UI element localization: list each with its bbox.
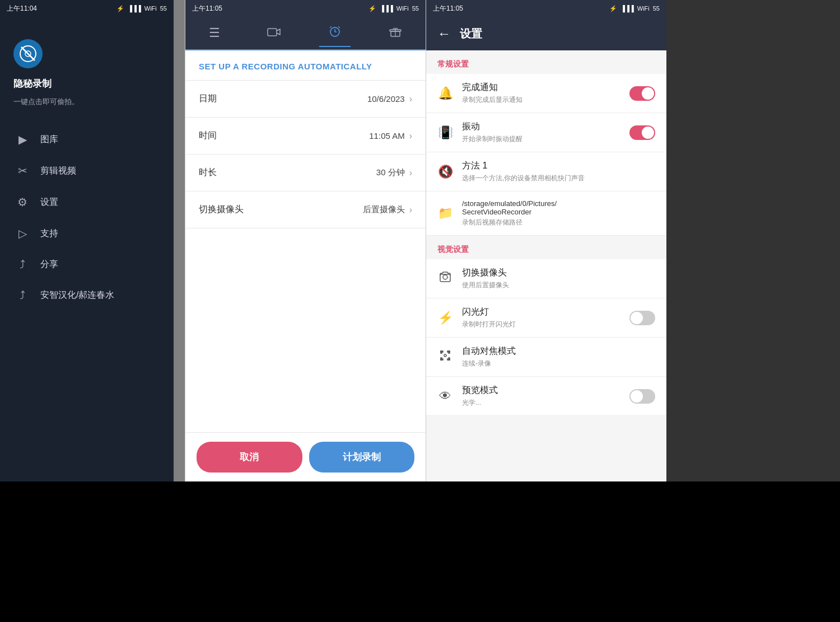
duration-chevron-icon: ›	[409, 168, 412, 178]
svg-rect-13	[440, 274, 450, 282]
app-name: 隐秘录制	[13, 77, 52, 90]
sig-icon: ▐▐▐	[380, 5, 393, 12]
wifi2-icon: WiFi	[396, 5, 409, 12]
settings-panel: 上午11:05 ⚡ ▐▐▐ WiFi 55 ← 设置 常规设置 🔔 完成通知 录…	[426, 0, 666, 481]
method-label: 方法 1	[462, 160, 655, 172]
bt3-icon: ⚡	[609, 5, 617, 12]
gear-icon: ⚙	[16, 195, 29, 209]
notification-toggle[interactable]	[629, 86, 655, 101]
schedule-row-date[interactable]: 日期 10/6/2023 ›	[185, 81, 426, 118]
sidebar-item-edit-label: 剪辑视频	[40, 165, 76, 177]
bluetooth-icon: ⚡	[116, 5, 124, 12]
bt-icon: ⚡	[368, 5, 376, 12]
storage-text: /storage/emulated/0/Pictures/SecretVideo…	[462, 199, 655, 227]
localize-icon: ⤴	[16, 289, 29, 302]
sidebar-item-settings[interactable]: ⚙ 设置	[0, 186, 174, 218]
storage-desc: 录制后视频存储路径	[462, 218, 655, 227]
svg-line-8	[338, 26, 340, 28]
settings-title: 设置	[460, 26, 482, 41]
wifi3-icon: WiFi	[637, 5, 650, 12]
flash-icon: ⚡	[437, 311, 453, 325]
preview-toggle[interactable]	[629, 389, 655, 404]
toolbar-gift-icon[interactable]	[380, 21, 411, 45]
switch-camera-label: 切换摄像头	[462, 267, 655, 279]
svg-rect-3	[268, 29, 277, 36]
svg-point-12	[443, 275, 447, 279]
flash-desc: 录制时打开闪光灯	[462, 320, 620, 329]
method-text: 方法 1 选择一个方法,你的设备禁用相机快门声音	[462, 160, 655, 183]
notification-icon: 🔔	[437, 86, 453, 101]
vibration-icon: 📳	[437, 125, 453, 140]
schedule-date-label: 日期	[199, 93, 217, 105]
gray-connector	[174, 0, 185, 481]
schedule-time: 上午11:05	[192, 4, 222, 13]
settings-item-storage[interactable]: 📁 /storage/emulated/0/Pictures/SecretVid…	[426, 191, 666, 236]
camera2-icon	[437, 272, 453, 286]
vibration-desc: 开始录制时振动提醒	[462, 134, 620, 144]
flash-label: 闪光灯	[462, 306, 620, 318]
schedule-button[interactable]: 计划录制	[309, 442, 415, 473]
vibration-toggle[interactable]	[629, 125, 655, 140]
sidebar-item-edit-video[interactable]: ✂ 剪辑视频	[0, 155, 174, 186]
battery-icon: 55	[160, 5, 167, 12]
settings-item-autofocus[interactable]: 自动对焦模式 连续-录像	[426, 338, 666, 377]
switch-camera-text: 切换摄像头 使用后置摄像头	[462, 267, 655, 290]
back-button[interactable]: ←	[437, 26, 451, 41]
sidebar-item-gallery[interactable]: ▶ 图库	[0, 124, 174, 155]
schedule-toolbar: ☰	[185, 17, 426, 50]
notification-desc: 录制完成后显示通知	[462, 95, 620, 105]
sidebar-item-share[interactable]: ⤴ 分享	[0, 249, 174, 280]
signal-icon: ▐▐▐	[128, 5, 141, 12]
sidebar-status-bar: 上午11:04 ⚡ ▐▐▐ WiFi 55	[0, 0, 174, 17]
settings-item-preview[interactable]: 👁 预览模式 光学...	[426, 377, 666, 416]
date-chevron-icon: ›	[409, 94, 412, 104]
sidebar-item-localize-label: 安智汉化/郝连春水	[40, 289, 114, 301]
notification-label: 完成通知	[462, 82, 620, 93]
schedule-time-label: 时间	[199, 130, 217, 142]
svg-point-22	[444, 354, 446, 357]
vibration-label: 振动	[462, 121, 620, 133]
mute-icon: 🔇	[437, 165, 453, 179]
settings-item-flash[interactable]: ⚡ 闪光灯 录制时打开闪光灯	[426, 298, 666, 338]
sidebar-item-support[interactable]: ▷ 支持	[0, 218, 174, 249]
schedule-row-time[interactable]: 时间 11:05 AM ›	[185, 118, 426, 155]
autofocus-label: 自动对焦模式	[462, 345, 655, 357]
svg-line-1	[21, 47, 35, 60]
settings-item-vibration[interactable]: 📳 振动 开始录制时振动提醒	[426, 113, 666, 152]
camera-chevron-icon: ›	[409, 205, 412, 215]
schedule-buttons: 取消 计划录制	[185, 432, 426, 481]
schedule-row-camera[interactable]: 切换摄像头 后置摄像头 ›	[185, 191, 426, 228]
gallery-icon: ▶	[16, 133, 29, 146]
folder-icon: 📁	[437, 206, 453, 221]
sidebar-item-gallery-label: 图库	[40, 134, 58, 146]
schedule-row-duration[interactable]: 时长 30 分钟 ›	[185, 155, 426, 191]
scissors-icon: ✂	[16, 164, 29, 177]
general-settings-header: 常规设置	[426, 50, 666, 74]
flash-toggle[interactable]	[629, 311, 655, 325]
app-logo	[13, 39, 43, 68]
sidebar-menu: ▶ 图库 ✂ 剪辑视频 ⚙ 设置 ▷ 支持 ⤴ 分享 ⤴ 安智汉化/郝连春水	[0, 124, 174, 311]
toolbar-menu-icon[interactable]: ☰	[200, 21, 229, 45]
visual-settings-header: 视觉设置	[426, 236, 666, 259]
settings-item-switch-camera[interactable]: 切换摄像头 使用后置摄像头	[426, 259, 666, 298]
schedule-time-text: 11:05 AM	[369, 131, 404, 141]
toolbar-camera-icon[interactable]	[258, 21, 290, 45]
cancel-button[interactable]: 取消	[197, 442, 302, 473]
settings-status-bar: 上午11:05 ⚡ ▐▐▐ WiFi 55	[426, 0, 666, 17]
settings-item-method[interactable]: 🔇 方法 1 选择一个方法,你的设备禁用相机快门声音	[426, 152, 666, 191]
sidebar-header: 隐秘录制 一键点击即可偷拍。	[0, 17, 174, 118]
preview-text: 预览模式 光学...	[462, 385, 620, 408]
schedule-duration-text: 30 分钟	[376, 167, 405, 178]
method-desc: 选择一个方法,你的设备禁用相机快门声音	[462, 174, 655, 183]
schedule-content: SET UP A RECORDING AUTOMATICALLY 日期 10/6…	[185, 50, 426, 432]
settings-item-notification[interactable]: 🔔 完成通知 录制完成后显示通知	[426, 74, 666, 113]
switch-camera-desc: 使用后置摄像头	[462, 280, 655, 290]
toolbar-alarm-icon[interactable]	[319, 20, 351, 46]
sidebar-item-localize[interactable]: ⤴ 安智汉化/郝连春水	[0, 280, 174, 311]
schedule-panel: 上午11:05 ⚡ ▐▐▐ WiFi 55 ☰	[185, 0, 426, 481]
preview-label: 预览模式	[462, 385, 620, 396]
share-icon: ⤴	[16, 258, 29, 271]
time-chevron-icon: ›	[409, 131, 412, 141]
sidebar-panel: 上午11:04 ⚡ ▐▐▐ WiFi 55 隐秘录制 一键点击即可偷拍。 ▶	[0, 0, 174, 481]
settings-toolbar: ← 设置	[426, 17, 666, 50]
